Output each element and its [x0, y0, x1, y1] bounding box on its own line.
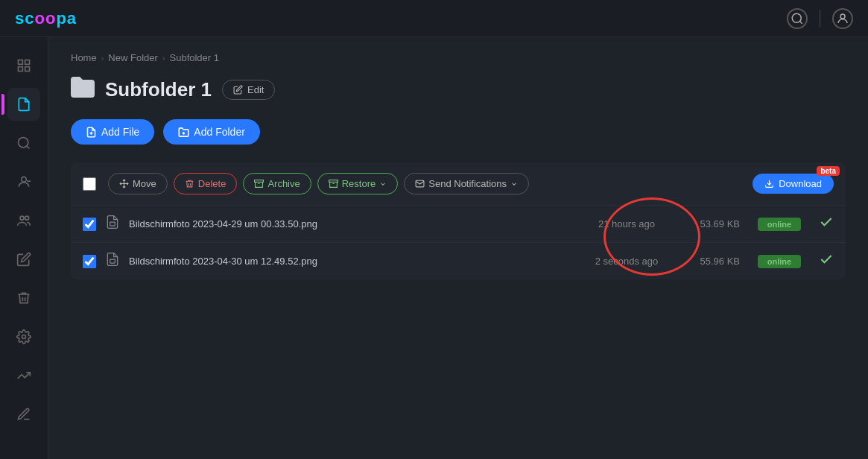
breadcrumb-sep-2: › — [162, 54, 165, 63]
page-title: Subfolder 1 — [105, 78, 212, 101]
file-status-1: online — [758, 218, 801, 231]
file-icon-2 — [105, 252, 120, 270]
svg-point-2 — [840, 14, 845, 19]
breadcrumb-sep-1: › — [101, 54, 104, 63]
file-time-1: 21 hours ago — [582, 218, 671, 230]
svg-point-7 — [19, 138, 28, 148]
logo-sc: sc — [15, 9, 34, 28]
file-time-2: 2 seconds ago — [582, 256, 671, 267]
send-notifications-button[interactable]: Send Notifications — [404, 173, 529, 194]
svg-line-8 — [27, 146, 30, 149]
file-check-1 — [819, 215, 834, 233]
logo-oo: oo — [34, 9, 56, 28]
breadcrumb: Home › New Folder › Subfolder 1 — [71, 52, 846, 63]
svg-rect-22 — [329, 180, 338, 183]
add-folder-label: Add Folder — [194, 126, 244, 138]
archive-label: Archive — [267, 178, 300, 189]
topnav: scoopa — [0, 0, 868, 37]
logo: scoopa — [15, 9, 77, 28]
breadcrumb-new-folder[interactable]: New Folder — [108, 52, 157, 63]
add-file-label: Add File — [101, 126, 139, 138]
file-name-2[interactable]: Bildschirmfoto 2023-04-30 um 12.49.52.pn… — [129, 256, 573, 267]
add-file-button[interactable]: Add File — [71, 119, 154, 145]
restore-label: Restore — [342, 178, 376, 189]
main-wrapper: Home › New Folder › Subfolder 1 Subfolde… — [48, 37, 868, 459]
folder-icon — [71, 77, 95, 103]
user-avatar[interactable] — [832, 8, 853, 29]
breadcrumb-home[interactable]: Home — [71, 52, 97, 63]
table-toolbar: Move Delete Archive — [71, 162, 846, 206]
archive-button[interactable]: Archive — [243, 173, 311, 194]
svg-rect-5 — [19, 67, 23, 72]
svg-rect-20 — [255, 180, 264, 183]
sidebar-item-dashboard[interactable] — [7, 49, 40, 82]
file-table-container: Move Delete Archive — [71, 162, 846, 279]
svg-rect-3 — [19, 60, 23, 65]
move-label: Move — [133, 178, 156, 189]
logo-pa: pa — [56, 9, 77, 28]
svg-point-13 — [22, 335, 26, 339]
sidebar — [0, 37, 48, 459]
svg-point-12 — [25, 216, 29, 220]
main-content: Home › New Folder › Subfolder 1 Subfolde… — [48, 37, 868, 294]
add-folder-button[interactable]: Add Folder — [163, 119, 259, 145]
delete-button[interactable]: Delete — [174, 173, 238, 194]
file-size-1: 53.69 KB — [680, 218, 740, 230]
svg-point-11 — [20, 216, 24, 220]
page-header: Subfolder 1 Edit — [71, 77, 846, 103]
sidebar-item-notes[interactable] — [7, 398, 40, 431]
svg-point-9 — [22, 177, 27, 182]
move-button[interactable]: Move — [108, 173, 168, 194]
topnav-divider — [820, 10, 820, 28]
svg-rect-25 — [110, 222, 115, 226]
topnav-right — [787, 8, 853, 29]
svg-point-0 — [792, 13, 801, 22]
file-icon-1 — [105, 215, 120, 233]
svg-rect-26 — [110, 259, 115, 263]
breadcrumb-subfolder: Subfolder 1 — [170, 52, 220, 63]
sidebar-item-settings[interactable] — [7, 320, 40, 353]
beta-badge: beta — [817, 166, 840, 176]
sidebar-item-documents[interactable] — [7, 88, 40, 121]
table-row: Bildschirmfoto 2023-04-30 um 12.49.52.pn… — [71, 243, 846, 279]
delete-label: Delete — [198, 178, 226, 189]
svg-line-1 — [799, 21, 802, 23]
file-name-1[interactable]: Bildschirmfoto 2023-04-29 um 00.33.50.pn… — [129, 218, 573, 230]
sidebar-item-search[interactable] — [7, 127, 40, 159]
notifications-label: Send Notifications — [428, 178, 507, 189]
sidebar-item-trash[interactable] — [7, 282, 40, 314]
svg-rect-6 — [25, 67, 30, 72]
file-status-2: online — [758, 255, 801, 268]
edit-button[interactable]: Edit — [222, 80, 275, 100]
file-table: Bildschirmfoto 2023-04-29 um 00.33.50.pn… — [71, 206, 846, 279]
file-size-2: 55.96 KB — [680, 256, 740, 267]
sidebar-item-user[interactable] — [7, 165, 40, 198]
file-checkbox-2[interactable] — [83, 255, 96, 268]
action-row: Add File Add Folder — [71, 119, 846, 145]
restore-button[interactable]: Restore — [317, 173, 399, 194]
select-all-checkbox[interactable] — [83, 177, 96, 191]
file-check-2 — [819, 252, 834, 270]
sidebar-item-users[interactable] — [7, 204, 40, 237]
table-row: Bildschirmfoto 2023-04-29 um 00.33.50.pn… — [71, 206, 846, 243]
sidebar-item-analytics[interactable] — [7, 359, 40, 392]
download-button[interactable]: Download beta — [753, 174, 834, 194]
sidebar-item-edit[interactable] — [7, 243, 40, 276]
edit-label: Edit — [247, 84, 264, 95]
svg-rect-4 — [25, 60, 30, 65]
layout: Home › New Folder › Subfolder 1 Subfolde… — [0, 37, 868, 459]
search-icon[interactable] — [787, 8, 808, 29]
file-checkbox-1[interactable] — [83, 218, 96, 231]
download-label: Download — [779, 178, 822, 189]
